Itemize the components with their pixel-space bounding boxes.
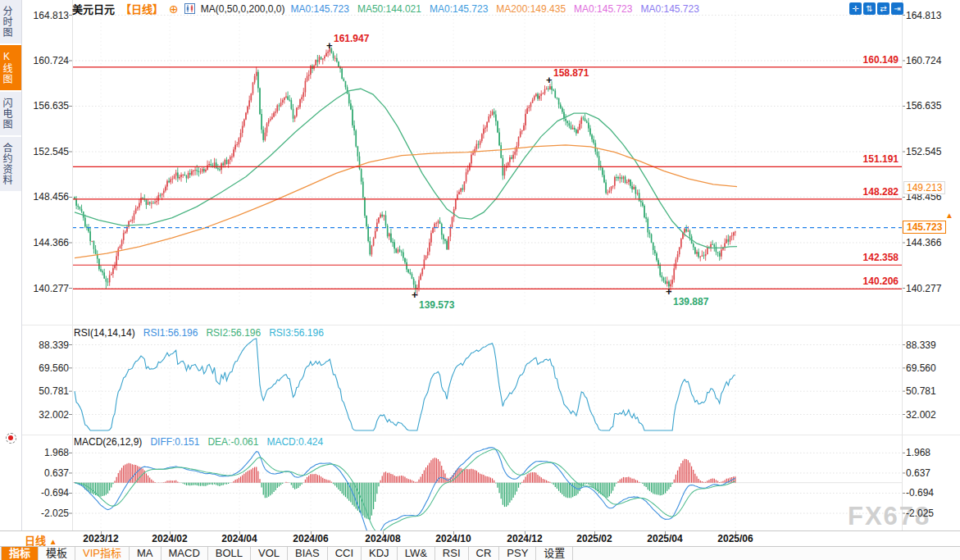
toolbar-tab-0[interactable]: 指标 [1, 547, 39, 560]
fit-horizontal-icon[interactable]: ⇄ [877, 2, 889, 15]
rsi-value-0: RSI1:56.196 [143, 327, 198, 339]
ma-values: MA0:145.723MA50:144.021MA0:145.723MA200:… [291, 3, 700, 15]
x-axis-tick [525, 531, 525, 535]
x-axis-tick [383, 531, 384, 535]
macd-value-1: DEA:-0.061 [207, 436, 258, 448]
pane-separator [21, 325, 960, 326]
toolbar-tab-3[interactable]: MA [130, 547, 162, 560]
x-axis-date: 2024/04 [213, 533, 266, 544]
x-axis-date: 2025/04 [639, 533, 691, 544]
macd-value-2: MACD:0.424 [266, 436, 323, 448]
toolbar-tab-10[interactable]: LW& [398, 547, 435, 560]
macd-values: DIFF:0.151DEA:-0.061MACD:0.424 [150, 436, 323, 448]
price-axis-label-right: 140.277 [906, 283, 941, 294]
ma-value-0: MA0:145.723 [291, 3, 349, 15]
rsi-axis-label-right: 32.002 [906, 409, 936, 421]
macd-value-0: DIFF:0.151 [150, 436, 199, 448]
rsi-title[interactable]: RSI(14,14,14) [74, 327, 135, 339]
plot-right-border [902, 0, 903, 530]
x-axis-tick [453, 531, 454, 535]
collapse-panel-icon[interactable]: ⇥ [891, 2, 903, 15]
rsi-axis-label-right: 69.560 [906, 362, 936, 374]
price-axis-label-right: 152.545 [906, 146, 941, 157]
toolbar-tab-6[interactable]: VOL [251, 547, 288, 560]
ma-value-4: MA0:145.723 [574, 3, 632, 15]
x-axis-tick [594, 531, 595, 535]
x-axis-date: 2025/02 [568, 533, 621, 544]
ma-value-2: MA0:145.723 [430, 3, 488, 15]
price-axis-label-right: 156.635 [906, 100, 941, 112]
price-up-triangle-icon: ▲ [945, 211, 953, 220]
x-axis-date: 2023/12 [75, 533, 127, 544]
rsi-axis-label-right: 88.339 [906, 339, 936, 351]
toolbar-tab-4[interactable]: MACD [162, 547, 208, 560]
ma-formula[interactable]: MA(0,50,0,200,0,0) [201, 3, 285, 15]
toolbar-tab-13[interactable]: PSY [499, 547, 536, 560]
add-indicator-icon[interactable]: ⊕ [169, 2, 179, 16]
macd-axis-label-right: -2.025 [906, 508, 934, 519]
price-axis-label-right: 160.724 [906, 55, 941, 66]
macd-header: MACD(26,12,9) DIFF:0.151DEA:-0.061MACD:0… [74, 436, 323, 448]
sidebar-item-1[interactable]: K线图 [0, 45, 21, 90]
x-axis-tick [311, 531, 312, 535]
toolbar-tab-5[interactable]: BOLL [208, 547, 251, 560]
price-axis-label-right: 164.813 [906, 10, 941, 21]
ma-value-1: MA50:144.021 [357, 3, 421, 15]
toolbar-tab-11[interactable]: RSI [435, 547, 469, 560]
fit-vertical-icon[interactable]: ⇅ [863, 2, 876, 15]
x-axis-row: 日线 ▲ 2023/122024/022024/042024/062024/08… [0, 530, 960, 546]
macd-axis-label-right: -0.694 [906, 487, 934, 499]
x-axis-date: 2024/10 [427, 533, 480, 544]
x-axis-date: 2025/06 [709, 533, 762, 544]
chart-canvas[interactable] [0, 0, 960, 560]
period-tag[interactable]: 【日线】 [121, 1, 163, 16]
kline-icon [184, 3, 195, 14]
toolbar-tab-8[interactable]: CCI [328, 547, 362, 560]
ma-value-3: MA200:149.435 [496, 3, 566, 15]
pane-separator [21, 435, 960, 435]
toolbar-tab-12[interactable]: CR [469, 547, 500, 560]
bottom-toolbar: 指标模板VIP指标MAMACDBOLLVOLBIASCCIKDJLW&RSICR… [0, 546, 960, 560]
app-root: 分时图K线图闪电图合约资料 美元日元 【日线】 ⊕ MA(0,50,0,200,… [0, 0, 960, 560]
x-axis-date: 2024/08 [357, 533, 409, 544]
x-axis-tick [239, 531, 240, 535]
current-price-tag: 145.723 [903, 221, 946, 234]
toolbar-tab-7[interactable]: BIAS [288, 547, 328, 560]
sidebar-item-2[interactable]: 闪电图 [0, 92, 21, 135]
toolbar-tab-14[interactable]: 设置 [536, 547, 573, 560]
toolbar-tab-9[interactable]: KDJ [362, 547, 398, 560]
price-axis-label-right: 144.366 [906, 237, 941, 248]
symbol-title: 美元日元 [72, 1, 115, 16]
x-axis-tick [170, 531, 171, 535]
sidebar-item-3[interactable]: 合约资料 [0, 137, 21, 191]
macd-axis-label-right: 0.637 [906, 467, 930, 479]
chart-legend: 美元日元 【日线】 ⊕ MA(0,50,0,200,0,0) MA0:145.7… [72, 1, 700, 16]
plot-left-border [72, 0, 73, 530]
period-selector-arrow-icon: ▲ [49, 537, 57, 546]
sidebar: 分时图K线图闪电图合约资料 [0, 0, 22, 530]
chart-toolbar-icons: ✛⇅⇄⇥ [849, 2, 903, 15]
toolbar-tab-1[interactable]: 模板 [39, 547, 75, 560]
toolbar-tab-2[interactable]: VIP指标 [75, 547, 130, 560]
sidebar-item-0[interactable]: 分时图 [0, 0, 21, 43]
period-selector-label: 日线 [25, 535, 46, 547]
macd-axis-label-right: 1.968 [906, 447, 930, 458]
x-axis-tick [101, 531, 102, 535]
live-dot-icon[interactable] [6, 433, 16, 444]
x-axis-tick [665, 531, 666, 535]
x-axis-date: 2024/12 [498, 533, 551, 544]
x-axis-date: 2024/02 [143, 533, 196, 544]
rsi-values: RSI1:56.196RSI2:56.196RSI3:56.196 [143, 327, 324, 339]
rsi-axis-label-right: 50.781 [906, 385, 936, 397]
rsi-header: RSI(14,14,14) RSI1:56.196RSI2:56.196RSI3… [74, 327, 324, 339]
ma200-price-tag: 149.213 [903, 181, 945, 194]
rsi-value-1: RSI2:56.196 [206, 327, 261, 339]
ma-value-5: MA0:145.723 [640, 3, 698, 15]
macd-title[interactable]: MACD(26,12,9) [74, 436, 142, 448]
x-axis-date: 2024/06 [284, 533, 337, 544]
rsi-value-2: RSI3:56.196 [269, 327, 324, 339]
x-axis-tick [735, 531, 736, 535]
pan-icon[interactable]: ✛ [849, 2, 862, 15]
